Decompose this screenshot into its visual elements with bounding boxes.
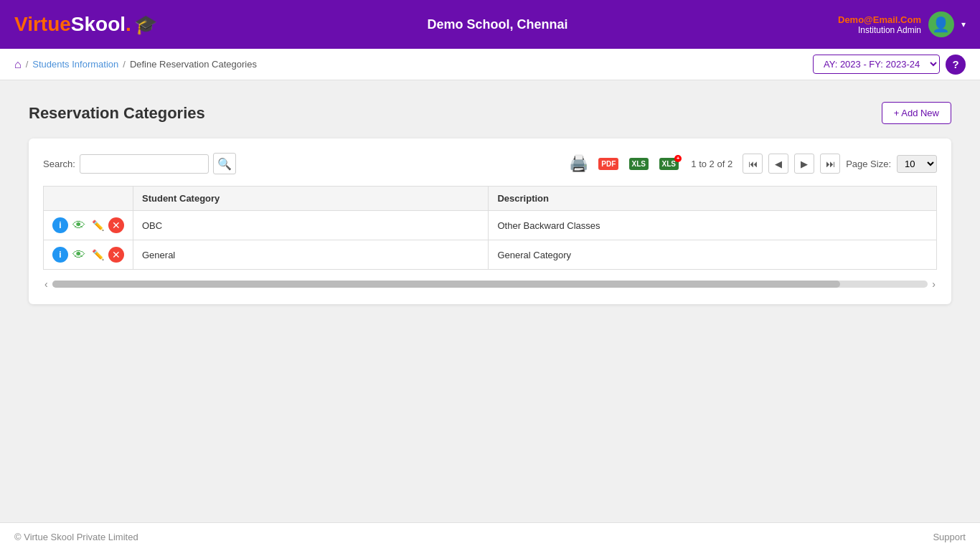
description-1: Other Backward Classes <box>489 211 937 240</box>
search-area: Search: 🔍 <box>43 153 236 174</box>
home-icon[interactable]: ⌂ <box>14 58 22 71</box>
header: VirtueSkool. 🎓 Demo School, Chennai Demo… <box>0 0 980 49</box>
pdf-button[interactable]: PDF <box>596 153 621 174</box>
scrollbar-area: ‹ › <box>43 278 937 290</box>
breadcrumb-students-information[interactable]: Students Information <box>32 59 118 70</box>
search-label: Search: <box>43 159 75 169</box>
last-page-button[interactable]: ⏭ <box>820 154 840 174</box>
next-page-button[interactable]: ▶ <box>794 154 814 174</box>
excel-add-icon: XLS+ <box>659 158 679 170</box>
scroll-thumb[interactable] <box>52 281 841 288</box>
edit-button-2[interactable]: ✏️ <box>90 247 105 263</box>
category-1: OBC <box>133 211 489 240</box>
copyright: © Virtue Skool Private Limited <box>14 532 138 542</box>
col-student-category: Student Category <box>133 187 489 211</box>
logo: VirtueSkool. 🎓 <box>14 13 157 36</box>
prev-page-button[interactable]: ◀ <box>768 154 788 174</box>
view-button-2[interactable]: 👁 <box>71 247 87 263</box>
table-row: i 👁 ✏️ ✕ General General Category <box>44 240 937 270</box>
breadcrumb-right: AY: 2023 - FY: 2023-24 AY: 2022 - FY: 20… <box>813 55 966 75</box>
print-button[interactable]: 🖨️ <box>566 153 590 174</box>
graduation-hat-icon: 🎓 <box>134 14 157 36</box>
search-input[interactable] <box>80 154 209 174</box>
data-table: Student Category Description i 👁 ✏️ ✕ OB… <box>43 186 937 270</box>
user-role: Institution Admin <box>838 25 921 35</box>
excel-add-button[interactable]: XLS+ <box>656 153 681 174</box>
ay-selector[interactable]: AY: 2023 - FY: 2023-24 AY: 2022 - FY: 20… <box>813 55 940 74</box>
description-2: General Category <box>489 240 937 270</box>
search-button[interactable]: 🔍 <box>213 153 236 174</box>
scroll-right-arrow[interactable]: › <box>930 278 937 290</box>
info-button-1[interactable]: i <box>52 217 68 233</box>
breadcrumb: ⌂ / Students Information / Define Reserv… <box>14 58 257 71</box>
pagination-info: 1 to 2 of 2 <box>691 159 732 169</box>
page-size-label: Page Size: <box>846 159 891 169</box>
add-new-button[interactable]: + Add New <box>882 102 951 124</box>
first-page-button[interactable]: ⏮ <box>743 154 763 174</box>
breadcrumb-current: Define Reservation Categories <box>130 59 257 70</box>
excel-button[interactable]: XLS <box>626 153 651 174</box>
user-dropdown-arrow[interactable]: ▾ <box>961 19 966 29</box>
page-header: Reservation Categories + Add New <box>29 102 951 124</box>
col-description: Description <box>489 187 937 211</box>
table-row: i 👁 ✏️ ✕ OBC Other Backward Classes <box>44 211 937 240</box>
school-name: Demo School, Chennai <box>427 17 567 32</box>
scroll-track[interactable] <box>52 281 928 288</box>
category-2: General <box>133 240 489 270</box>
search-icon: 🔍 <box>217 157 232 171</box>
page-size-select[interactable]: 10 25 50 100 <box>897 155 937 173</box>
info-button-2[interactable]: i <box>52 247 68 263</box>
logo-dot: . <box>126 13 131 35</box>
footer: © Virtue Skool Private Limited Support <box>0 522 980 551</box>
row-actions-2: i 👁 ✏️ ✕ <box>44 240 133 270</box>
toolbar-right: 🖨️ PDF XLS XLS+ 1 to 2 of 2 ⏮ ◀ ▶ ⏭ Page… <box>566 153 937 174</box>
table-card: Search: 🔍 🖨️ PDF XLS XLS+ 1 to 2 of 2 ⏮ <box>29 138 951 304</box>
avatar[interactable]: 👤 <box>928 11 954 37</box>
excel-icon: XLS <box>629 158 649 170</box>
breadcrumb-bar: ⌂ / Students Information / Define Reserv… <box>0 49 980 80</box>
scroll-left-arrow[interactable]: ‹ <box>43 278 50 290</box>
page-title: Reservation Categories <box>29 104 205 123</box>
row-actions-1: i 👁 ✏️ ✕ <box>44 211 133 240</box>
user-section: Demo@Email.Com Institution Admin 👤 ▾ <box>838 11 966 37</box>
logo-virtue: Virtue <box>14 13 71 35</box>
user-info: Demo@Email.Com Institution Admin <box>838 14 921 35</box>
edit-button-1[interactable]: ✏️ <box>90 217 105 233</box>
main-content: Reservation Categories + Add New Search:… <box>0 80 980 326</box>
breadcrumb-sep-1: / <box>26 59 29 70</box>
pdf-icon: PDF <box>598 158 618 170</box>
logo-skool: Skool <box>71 13 126 35</box>
user-email: Demo@Email.Com <box>838 14 921 25</box>
support-link[interactable]: Support <box>933 532 966 542</box>
view-button-1[interactable]: 👁 <box>71 217 87 233</box>
delete-button-2[interactable]: ✕ <box>108 247 124 263</box>
help-button[interactable]: ? <box>946 55 966 75</box>
table-toolbar: Search: 🔍 🖨️ PDF XLS XLS+ 1 to 2 of 2 ⏮ <box>43 153 937 174</box>
col-actions <box>44 187 133 211</box>
delete-button-1[interactable]: ✕ <box>108 217 124 233</box>
breadcrumb-sep-2: / <box>123 59 126 70</box>
